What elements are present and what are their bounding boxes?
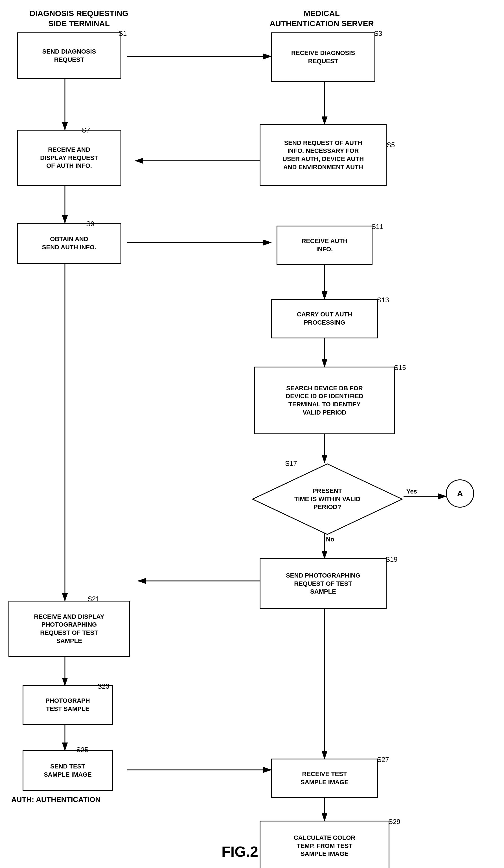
step-s19: S19	[385, 556, 397, 564]
box-s23: PHOTOGRAPHTEST SAMPLE	[22, 685, 113, 725]
box-s25: SEND TESTSAMPLE IMAGE	[22, 750, 113, 791]
box-s27: RECEIVE TESTSAMPLE IMAGE	[271, 758, 378, 798]
box-s19: SEND PHOTOGRAPHINGREQUEST OF TESTSAMPLE	[260, 558, 386, 609]
circle-a: A	[446, 479, 474, 508]
box-s15: SEARCH DEVICE DB FORDEVICE ID OF IDENTIF…	[254, 366, 395, 434]
left-column-header: DIAGNOSIS REQUESTINGSIDE TERMINAL	[11, 9, 147, 29]
yes-label: Yes	[406, 488, 417, 495]
step-s21: S21	[88, 595, 100, 603]
step-s17: S17	[285, 460, 297, 467]
box-s3: RECEIVE DIAGNOSISREQUEST	[271, 32, 375, 82]
step-s15: S15	[394, 364, 406, 372]
auth-note: AUTH: AUTHENTICATION	[11, 795, 100, 804]
box-s9: OBTAIN ANDSEND AUTH INFO.	[17, 223, 121, 264]
step-s7: S7	[82, 126, 90, 134]
step-s29: S29	[388, 818, 401, 826]
no-label: No	[326, 536, 334, 543]
step-s9: S9	[86, 220, 94, 228]
box-s11: RECEIVE AUTHINFO.	[276, 226, 373, 265]
diamond-s17: PRESENTTIME IS WITHIN VALIDPERIOD?	[251, 463, 404, 536]
fig-label: FIG.2	[169, 843, 310, 860]
step-s5: S5	[386, 141, 395, 149]
step-s3: S3	[374, 30, 382, 38]
step-s1: S1	[119, 30, 127, 38]
step-s25: S25	[76, 746, 88, 754]
box-s7: RECEIVE ANDDISPLAY REQUESTOF AUTH INFO.	[17, 130, 121, 186]
box-s21: RECEIVE AND DISPLAYPHOTOGRAPHINGREQUEST …	[9, 601, 130, 657]
diagram-container: DIAGNOSIS REQUESTINGSIDE TERMINAL MEDICA…	[0, 0, 504, 868]
box-s1: SEND DIAGNOSISREQUEST	[17, 32, 121, 79]
step-s11: S11	[371, 223, 383, 231]
right-column-header: MEDICALAUTHENTICATION SERVER	[265, 9, 378, 29]
step-s27: S27	[377, 756, 389, 764]
box-s13: CARRY OUT AUTHPROCESSING	[271, 299, 378, 338]
step-s23: S23	[97, 682, 110, 690]
box-s5: SEND REQUEST OF AUTHINFO. NECESSARY FORU…	[260, 124, 386, 186]
step-s13: S13	[377, 296, 389, 304]
